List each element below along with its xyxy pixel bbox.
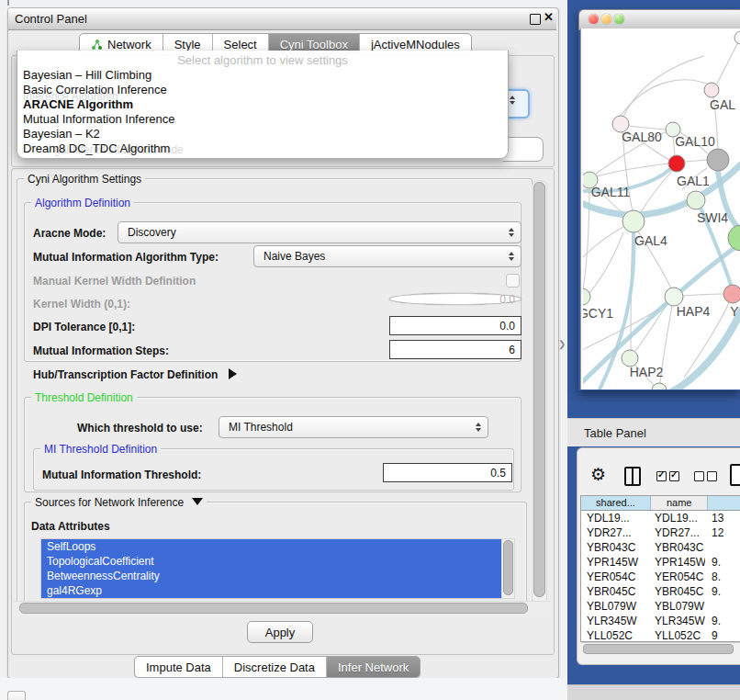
kernel-width-field[interactable]: 0.0 [389, 293, 521, 305]
aracne-mode-value: Discovery [128, 226, 176, 239]
dropdown-item-bayesian-hill-climbing[interactable]: Bayesian – Hill Climbing [23, 68, 151, 83]
bottom-tab-discretize-data[interactable]: Discretize Data [223, 657, 327, 677]
dropdown-prompt: Select algorithm to view settings [17, 53, 508, 67]
which-threshold-select[interactable]: MI Threshold [219, 416, 488, 438]
network-node[interactable] [723, 285, 740, 303]
aracne-mode-select[interactable]: Discovery [118, 221, 521, 243]
table-cell: YBL079W [581, 599, 649, 614]
attribute-item-gal4rgexp[interactable]: gal4RGexp [41, 583, 502, 598]
dropdown-item-mutual-information-inference[interactable]: Mutual Information Inference [23, 112, 174, 127]
node-label-y: Y [730, 304, 739, 319]
column-header-name[interactable]: name [651, 496, 708, 510]
network-node[interactable] [668, 155, 685, 172]
deselect-all-checkbox-icon-2[interactable] [707, 471, 717, 481]
attributes-scrollbar-thumb[interactable] [503, 540, 513, 595]
table-row[interactable]: YER054CYER054C8. [581, 570, 740, 584]
network-graph-svg: GALGAL80GAL10GAL1GAL11SWI4GAL4GCY1HAP4YH… [583, 28, 740, 390]
table-row[interactable]: YBR043CYBR043C [581, 540, 740, 555]
node-label-gal: GAL [710, 97, 735, 112]
table-row[interactable]: YLR345WYLR345W9. [581, 614, 740, 628]
table-row[interactable]: YDL19...YDL19...13 [581, 511, 740, 525]
table-cell: YPR145W [581, 555, 649, 570]
collapsed-arrow-icon [229, 368, 237, 379]
table-cell: YLL052C [649, 628, 706, 642]
network-node[interactable] [704, 83, 719, 97]
network-node[interactable] [652, 383, 667, 390]
mi-algorithm-type-select[interactable]: Naive Bayes [253, 245, 521, 267]
select-all-checkbox-icon[interactable] [656, 471, 667, 481]
splitter-handle[interactable]: ❯ [558, 339, 566, 349]
settings-horizontal-scrollbar-thumb[interactable] [19, 603, 528, 614]
apply-button[interactable]: Apply [247, 621, 313, 643]
table-cell: YDR27... [649, 525, 706, 540]
node-label-gal4: GAL4 [634, 233, 667, 248]
network-combobox-fragment[interactable] [503, 137, 544, 162]
attribute-item-betweennesscentrality[interactable]: BetweennessCentrality [41, 569, 502, 583]
table-cell: YPR145W [649, 555, 706, 570]
table-cell [706, 599, 740, 614]
data-attributes-list: SelfLoopsTopologicalCoefficientBetweenne… [40, 538, 503, 599]
manual-kernel-width-label: Manual Kernel Width Definition [33, 275, 196, 288]
bottom-tab-infer-network[interactable]: Infer Network [327, 657, 420, 677]
application-root: Control Panel ✕ NetworkStyleSelectCyni T… [0, 0, 740, 700]
mi-threshold-field[interactable]: 0.5 [383, 463, 512, 482]
column-header-shared...[interactable]: shared... [581, 496, 651, 510]
column-header-partial[interactable] [708, 496, 740, 510]
column-layout-icon[interactable] [624, 467, 641, 486]
table-row[interactable]: YLL052CYLL052C9 [581, 628, 740, 642]
sources-group-toggle[interactable]: Sources for Network Inference [31, 496, 207, 509]
select-all-checkbox-icon-2[interactable] [669, 471, 679, 481]
dropdown-item-bayesian-k2[interactable]: Bayesian – K2 [23, 127, 100, 141]
dpi-tolerance-field[interactable]: 0.0 [389, 316, 521, 335]
tab-label: Style [174, 38, 201, 51]
expanded-arrow-icon [192, 498, 203, 505]
close-traffic-light[interactable] [589, 14, 599, 24]
table-cell: 9 [706, 628, 740, 642]
table-row[interactable]: YDR27...YDR27...12 [581, 525, 740, 540]
new-table-icon[interactable] [730, 464, 740, 486]
partial-button[interactable] [7, 691, 26, 700]
network-edge [621, 80, 709, 116]
dropdown-item-aracne-algorithm[interactable]: ARACNE Algorithm [23, 97, 133, 112]
hub-definition-toggle[interactable]: Hub/Transcription Factor Definition [33, 368, 237, 381]
close-icon[interactable]: ✕ [544, 10, 554, 24]
table-cell: YLR345W [581, 614, 649, 628]
dropdown-item-basic-correlation-inference[interactable]: Basic Correlation Inference [23, 83, 167, 97]
table-cell: 9. [706, 584, 740, 599]
table-settings-gear-icon[interactable]: ⚙ [590, 464, 606, 485]
tab-label: Impute Data [146, 660, 211, 674]
network-node[interactable] [622, 210, 645, 232]
table-cell: YLL052C [581, 628, 649, 642]
minimize-traffic-light[interactable] [601, 14, 611, 24]
network-node[interactable] [687, 191, 705, 209]
float-window-icon[interactable] [530, 14, 541, 25]
table-cell: YDL19... [649, 511, 706, 525]
attribute-item-topologicalcoefficient[interactable]: TopologicalCoefficient [41, 554, 502, 569]
cyni-algorithm-settings-title: Cyni Algorithm Settings [24, 173, 145, 186]
manual-kernel-width-checkbox[interactable] [506, 274, 520, 288]
mi-steps-field[interactable]: 6 [389, 340, 521, 359]
aracne-mode-label: Aracne Mode: [33, 227, 106, 240]
bottom-tab-impute-data[interactable]: Impute Data [135, 657, 223, 677]
table-cell: YDL19... [581, 511, 649, 525]
table-row[interactable]: YBL079WYBL079W [581, 599, 740, 614]
table-row[interactable]: YBR045CYBR045C9. [581, 584, 740, 599]
data-attributes-label: Data Attributes [31, 520, 110, 533]
network-node[interactable] [665, 288, 683, 306]
algorithm-definition-title: Algorithm Definition [31, 197, 134, 209]
settings-vertical-scrollbar-thumb[interactable] [533, 182, 545, 597]
table-cell: 9. [706, 614, 740, 628]
network-edge [717, 40, 739, 84]
network-canvas[interactable]: GALGAL80GAL10GAL1GAL11SWI4GAL4GCY1HAP4YH… [580, 28, 740, 390]
network-node[interactable] [734, 31, 740, 44]
network-node[interactable] [728, 225, 740, 251]
attribute-item-selfloops[interactable]: SelfLoops [41, 539, 502, 554]
combo-arrows-icon [509, 252, 514, 261]
table-horizontal-scrollbar-thumb[interactable] [583, 644, 734, 654]
network-node[interactable] [707, 149, 729, 171]
deselect-all-checkbox-icon[interactable] [694, 471, 704, 481]
dropdown-item-dream8-dc-tdc-algorithm[interactable]: Dream8 DC_TDC Algorithm [23, 141, 170, 156]
network-node[interactable] [583, 288, 590, 305]
table-row[interactable]: YPR145WYPR145W9. [581, 555, 740, 570]
zoom-traffic-light[interactable] [614, 14, 624, 24]
